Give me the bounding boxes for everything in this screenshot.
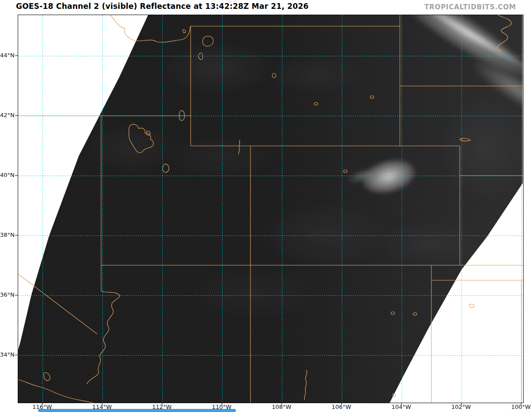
lon-label: 100°W [511, 404, 531, 410]
flaming-gorge-reservoir [239, 140, 240, 154]
colorado-river-lake-mead [87, 291, 120, 384]
nm-lake-2 [413, 313, 417, 315]
graticule-meridian [43, 15, 43, 403]
nm-lake [391, 312, 395, 314]
state-borders-overlay [18, 15, 523, 403]
image-title: GOES-18 Channel 2 (visible) Reflectance … [16, 2, 309, 11]
graticule-meridian [222, 15, 223, 403]
nm-reservoir [469, 304, 474, 308]
lat-label: 38°N [0, 232, 14, 238]
graticule-meridian [402, 15, 402, 403]
rio-grande-river [305, 370, 307, 400]
tx-lake [393, 393, 395, 397]
idaho-montana-border [110, 15, 190, 42]
state-border-line [18, 274, 97, 334]
graticule-parallel [18, 295, 523, 296]
lon-label: 108°W [272, 404, 291, 410]
lat-tick [15, 175, 18, 176]
pathfinder-reservoir [344, 170, 347, 173]
graticule-meridian [162, 15, 163, 403]
graticule-parallel [18, 176, 523, 176]
salton-sea [44, 373, 50, 381]
lat-tick [15, 115, 18, 116]
lat-label: 44°N [0, 52, 14, 59]
missouri-river [497, 15, 511, 51]
lat-tick [15, 355, 18, 355]
graticule-meridian [462, 15, 462, 403]
page: { "header": { "title": "GOES-18 Channel … [0, 0, 532, 412]
coast-river-lake-outlines [18, 15, 512, 403]
lat-tick [15, 295, 18, 295]
great-salt-lake [129, 124, 153, 153]
lon-label: 102°W [451, 404, 471, 410]
lat-label: 42°N [0, 112, 14, 118]
graticule-parallel [18, 116, 523, 116]
lon-label: 106°W [332, 404, 351, 410]
graticule-parallel [18, 355, 523, 356]
lat-tick [15, 55, 18, 56]
boysen-reservoir [272, 73, 276, 78]
graticule-parallel [18, 56, 523, 56]
state-border-lines [18, 15, 523, 403]
graticule-meridian [282, 15, 282, 403]
glendo-reservoir [370, 96, 374, 98]
graticule-meridian [102, 15, 103, 403]
lat-tick [15, 235, 18, 235]
henrys-lake [183, 30, 185, 33]
lat-label: 40°N [0, 172, 14, 178]
lat-label: 34°N [0, 351, 14, 358]
tropicaltidbits-watermark: TROPICALTIDBITS.COM [424, 3, 516, 11]
utah-lake [163, 164, 169, 172]
graticule-parallel [18, 235, 523, 236]
seminoe-reservoir [314, 102, 318, 105]
california-coastline [18, 380, 94, 403]
lon-label: 104°W [391, 404, 411, 410]
satellite-map-canvas [18, 15, 524, 403]
yellowstone-lake [203, 36, 213, 47]
graticule-meridian [521, 15, 522, 403]
animation-progress-bar[interactable] [38, 409, 236, 412]
lat-label: 36°N [0, 291, 14, 298]
graticule-meridian [342, 15, 342, 403]
